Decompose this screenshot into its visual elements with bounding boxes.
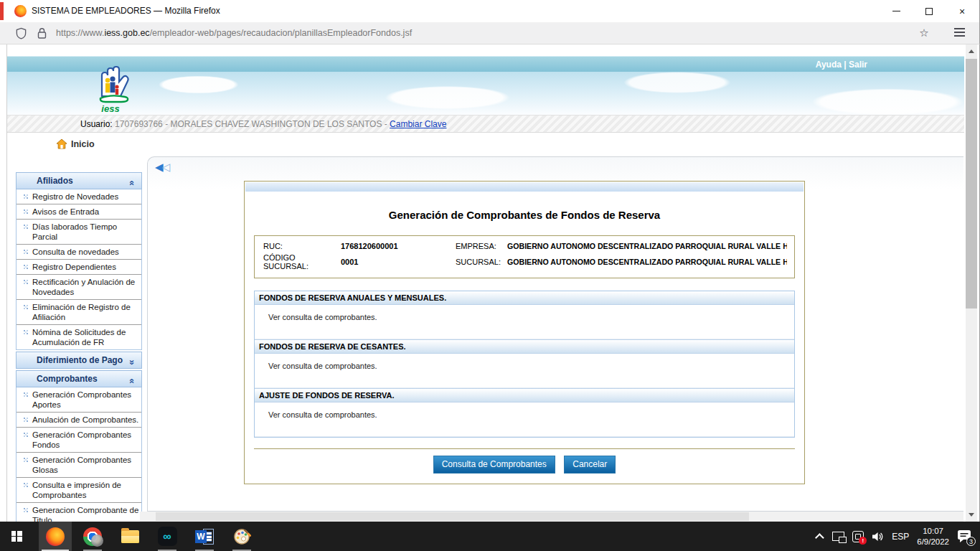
sidebar-item-label: Avisos de Entrada [32,206,140,217]
accordion-afiliados[interactable]: Afiliados « [16,172,142,189]
accordion-label: Diferimiento de Pago [37,355,123,365]
home-label: Inicio [71,139,95,149]
accordion-label: Afiliados [37,176,73,186]
bookmark-star-icon[interactable]: ☆ [913,22,935,44]
page-viewport: Ayuda | Salir iess Usuario: 1707693766 -… [0,44,980,522]
chevron-up-icon: « [123,378,139,383]
section-body-link[interactable]: Ver consulta de comprobantes. [255,402,794,437]
sidebar-item-generacion-glosas[interactable]: Generación Comprobantes Glosas [17,452,141,477]
salir-link[interactable]: Salir [849,60,867,70]
sidebar-item-registro-novedades[interactable]: Registro de Novedades [17,189,141,204]
url-domain: iess.gob.ec [104,28,149,38]
maximize-button[interactable] [913,0,946,22]
scroll-down-arrow[interactable] [969,513,974,517]
taskbar-chrome[interactable] [76,522,109,551]
start-button[interactable] [0,522,33,551]
section-cesantes: FONDOS DE RESERVA DE CESANTES. Ver consu… [255,339,794,388]
bullet-icon [20,263,32,273]
ayuda-link[interactable]: Ayuda [816,60,842,70]
cancelar-button[interactable]: Cancelar [564,456,616,474]
title-bar: SISTEMA DE EMPLEADORES — Mozilla Firefox… [0,0,980,22]
sidebar-item-generacion-aportes[interactable]: Generación Comprobantes Aportes [17,387,141,412]
minimize-icon [892,11,900,11]
main-panel: ◀◁ Generación de Comprobantes de Fondos … [147,156,963,512]
language-indicator[interactable]: ESP [892,532,909,542]
minimize-button[interactable] [880,0,913,22]
banner-divider: | [844,60,846,70]
sidebar-item-label: Registro Dependientes [32,261,140,273]
collapse-sidebar-icon[interactable]: ◀◁ [155,161,169,174]
sidebar-item-label: Días laborados Tiempo Parcial [32,221,140,242]
close-button[interactable]: × [946,0,979,22]
sidebar-item-nomina-solicitudes[interactable]: Nómina de Solicitudes de Acumulación de … [17,324,141,349]
taskbar-word[interactable]: W [188,522,221,551]
ruc-label: RUC: [263,242,341,250]
webex-icon: ∞ [158,527,177,546]
section-anuales-mensuales: FONDOS DE RESERVA ANUALES Y MENSUALES. V… [255,291,794,339]
maximize-icon [925,8,933,15]
sidebar-item-label: Generación Comprobantes Aportes [32,389,140,410]
cambiar-clave-link[interactable]: Cambiar Clave [390,119,446,129]
comprobantes-items: Generación Comprobantes Aportes Anulació… [16,387,142,522]
vertical-scrollbar-thumb[interactable] [966,59,977,309]
bullet-icon [20,391,32,410]
speaker-icon[interactable] [872,531,884,542]
accordion-label: Comprobantes [37,374,98,384]
sidebar-item-anulacion-comprobantes[interactable]: Anulación de Comprobantes. [17,412,141,427]
empresa-label: EMPRESA: [456,242,507,250]
address-bar[interactable]: https://www.iess.gob.ec/empleador-web/pa… [56,22,412,44]
network-icon[interactable] [832,532,844,541]
scroll-up-arrow[interactable] [969,50,974,53]
bullet-icon [20,278,32,298]
home-link[interactable]: Inicio [56,138,95,149]
iess-logo-text: iess [101,103,119,113]
bullet-icon [20,481,32,501]
usuario-id: 1707693766 [115,119,163,129]
usuario-label: Usuario: [80,119,113,129]
taskbar-firefox[interactable] [39,522,72,551]
taskbar-paint[interactable] [225,522,258,551]
notification-center-icon[interactable]: 3 [957,529,973,544]
section-body-link[interactable]: Ver consulta de comprobantes. [255,305,794,339]
bullet-icon [20,431,32,451]
taskbar-webex[interactable]: ∞ [151,522,184,551]
sidebar-item-generacion-titulo[interactable]: Generacion Comprobante de Titulo [17,502,141,522]
date: 6/9/2022 [917,537,949,547]
sidebar-item-consulta-novedades[interactable]: Consulta de novedades [17,244,141,259]
security-center-icon[interactable]: ! [852,531,864,542]
horizontal-scrollbar[interactable] [140,512,963,522]
window-controls: × [880,0,979,22]
sidebar-item-generacion-fondos[interactable]: Generación Comprobantes Fondos [17,427,141,452]
lock-icon[interactable] [37,27,47,39]
bullet-icon [20,456,32,476]
sidebar-item-registro-dependientes[interactable]: Registro Dependientes [17,259,141,274]
consulta-comprobantes-button[interactable]: Consulta de Comprobantes [433,456,555,474]
iess-logo: iess [80,60,139,113]
sidebar-item-rectificacion[interactable]: Rectificación y Anulación de Novedades [17,274,141,299]
alert-badge: ! [859,537,867,545]
sidebar-item-eliminacion-registro[interactable]: Eliminación de Registro de Afiliación [17,299,141,324]
sidebar-menu: Afiliados « Registro de Novedades Avisos… [16,172,142,522]
section-body-link[interactable]: Ver consulta de comprobantes. [255,354,794,388]
ruc-value: 1768120600001 [341,242,456,250]
sidebar-item-label: Eliminación de Registro de Afiliación [32,301,140,323]
sky-header [7,72,964,115]
taskbar-clock[interactable]: 10:07 6/9/2022 [917,526,949,547]
codigo-sucursal-label: CÓDIGO SUCURSAL: [263,253,341,270]
accordion-diferimiento[interactable]: Diferimiento de Pago » [16,352,142,369]
vertical-scrollbar[interactable] [966,44,977,522]
company-info-box: RUC: 1768120600001 EMPRESA: GOBIERNO AUT… [254,235,795,278]
accordion-comprobantes[interactable]: Comprobantes « [16,370,142,387]
window-title: SISTEMA DE EMPLEADORES — Mozilla Firefox [32,0,220,22]
sidebar-item-dias-laborados[interactable]: Días laborados Tiempo Parcial [17,219,141,244]
horizontal-scrollbar-thumb[interactable] [156,512,749,521]
page-title: Generación de Comprobantes de Fondos de … [245,209,804,221]
sidebar-item-avisos-entrada[interactable]: Avisos de Entrada [17,204,141,219]
tray-expand-icon[interactable] [815,533,824,542]
sidebar-item-label: Nómina de Solicitudes de Acumulación de … [32,326,140,348]
taskbar-file-explorer[interactable] [113,522,146,551]
dialog-footer: Consulta de Comprobantes Cancelar [254,448,795,474]
sidebar-item-consulta-impresion[interactable]: Consulta e impresión de Comprobantes [17,477,141,502]
hamburger-menu-icon[interactable] [954,32,965,33]
shield-permissions-icon[interactable] [15,27,27,39]
